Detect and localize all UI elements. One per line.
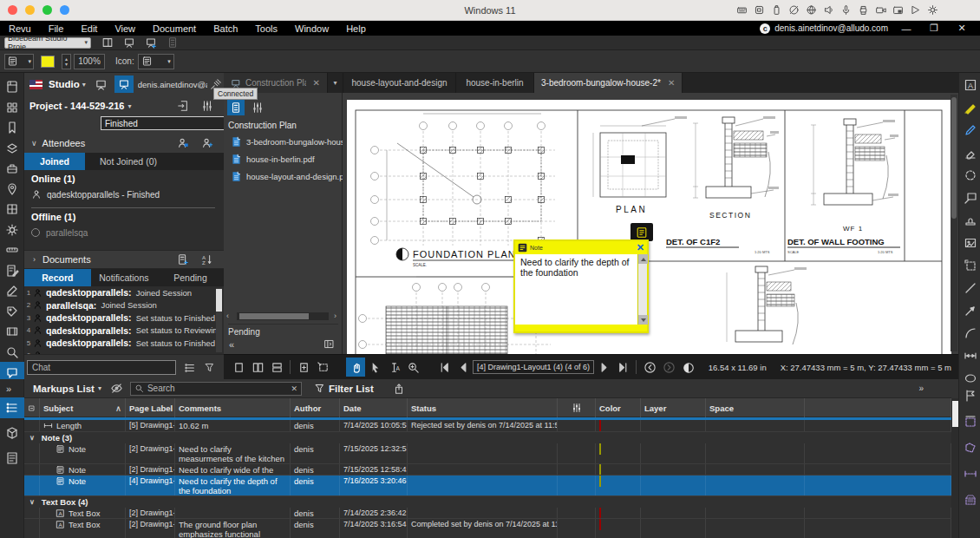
col-color[interactable]: Color: [596, 398, 641, 417]
sidebar-tab-settings[interactable]: [0, 220, 24, 240]
session-join-icon[interactable]: [123, 36, 135, 49]
play-icon[interactable]: [910, 4, 921, 16]
close-tab-icon[interactable]: ✕: [668, 78, 675, 88]
active-session-icon[interactable]: [114, 75, 134, 93]
tool-cloud[interactable]: [959, 165, 980, 186]
session-panel-icon[interactable]: [95, 78, 108, 91]
studio-title[interactable]: Studio: [49, 79, 80, 89]
record-scrollbar[interactable]: [216, 288, 222, 352]
opacity-value[interactable]: 100%: [74, 54, 105, 69]
tab-house-layout[interactable]: house-layout-and-design: [343, 73, 456, 93]
document-icon[interactable]: [167, 36, 179, 49]
color-swatch[interactable]: [599, 420, 601, 431]
menu-edit[interactable]: Edit: [72, 23, 106, 34]
col-layer[interactable]: Layer: [641, 398, 706, 417]
color-swatch[interactable]: [599, 443, 601, 455]
session-file-house-layout-and-design.pdf[interactable]: house-layout-and-design.pdf: [224, 167, 343, 185]
panel-toggle-icon[interactable]: [101, 36, 114, 49]
canvas-scrollbar[interactable]: [951, 95, 957, 351]
session-settings-icon[interactable]: [201, 100, 213, 112]
sidebar-tab-media[interactable]: [0, 321, 24, 342]
online-user-row[interactable]: qadesktopparallels - Finished: [31, 188, 160, 200]
menu-revu[interactable]: Revu: [0, 23, 40, 34]
menu-file[interactable]: File: [40, 23, 73, 34]
session-file-house-in-berlin.pdf[interactable]: house-in-berlin.pdf: [224, 150, 343, 167]
color-swatch[interactable]: [599, 464, 601, 475]
collapse-caret-icon[interactable]: ∨: [29, 434, 35, 442]
nav-page-crop[interactable]: [313, 358, 332, 377]
tab-house-in-berlin[interactable]: house-in-berlin: [456, 73, 534, 93]
tab-record[interactable]: Record: [24, 269, 91, 286]
clear-search-icon[interactable]: ✕: [291, 384, 297, 393]
my-status-select[interactable]: Finished ▾: [101, 116, 239, 130]
nav-next-page[interactable]: [594, 358, 613, 377]
tab-list-dropdown[interactable]: ▾: [328, 73, 343, 93]
scrollbar-thumb[interactable]: [951, 97, 957, 219]
sidebar-tab-bookmarks[interactable]: [0, 117, 24, 138]
filter-list-button[interactable]: Filter List: [329, 384, 374, 394]
select-all-checkbox[interactable]: [24, 398, 40, 417]
nav-back[interactable]: [640, 358, 659, 377]
col-date[interactable]: Date: [340, 398, 408, 417]
usb-icon[interactable]: [771, 4, 782, 16]
nav-last-page[interactable]: [613, 358, 632, 377]
nav-page-double[interactable]: [248, 358, 267, 377]
add-document-icon[interactable]: [177, 253, 189, 266]
sort-icon[interactable]: AZ: [201, 253, 213, 266]
window-icon[interactable]: [754, 4, 765, 16]
page-field[interactable]: [4] Drawing1-Layout1 (4) (4 of 6): [473, 360, 594, 374]
tool-stamp[interactable]: [959, 210, 980, 231]
sidebar-tab-toolbox[interactable]: [0, 158, 24, 179]
minimize-button[interactable]: —: [897, 23, 916, 34]
keyboard-icon[interactable]: [736, 4, 748, 16]
collapse-icon[interactable]: «: [229, 339, 234, 350]
tool-measure-length[interactable]: [959, 463, 980, 484]
tab-notifications[interactable]: Notifications: [91, 269, 158, 286]
close-button[interactable]: ✕: [952, 23, 971, 34]
sidebar-tab-markup-summary[interactable]: [0, 260, 24, 281]
documents-header[interactable]: › Documents AZ: [24, 250, 224, 269]
search-input[interactable]: Search ✕: [130, 382, 302, 396]
collapse-caret-icon[interactable]: ∨: [29, 498, 35, 506]
col-comments[interactable]: Comments: [175, 398, 291, 417]
menu-batch[interactable]: Batch: [205, 23, 246, 34]
scrollbar-thumb[interactable]: [216, 289, 222, 312]
session-documents-icon[interactable]: [227, 100, 245, 115]
restore-button[interactable]: ❐: [924, 23, 944, 34]
tool-measure-area[interactable]: [959, 437, 980, 458]
session-add-icon[interactable]: [145, 36, 157, 49]
microphone-icon[interactable]: [840, 4, 852, 16]
contrast-icon[interactable]: [683, 362, 695, 374]
tool-dimension[interactable]: [959, 345, 980, 366]
tab-pending[interactable]: Pending: [157, 269, 224, 286]
globe-icon[interactable]: [806, 4, 817, 16]
menu-view[interactable]: View: [106, 23, 144, 34]
sidebar-tab-spaces[interactable]: [0, 179, 24, 200]
tool-textbox[interactable]: A: [959, 75, 980, 95]
color-swatch[interactable]: [599, 519, 601, 530]
menu-document[interactable]: Document: [144, 23, 205, 34]
markup-row-Text Box[interactable]: AText Box[2] Drawing1-L...denis7/14/2025…: [24, 508, 951, 519]
record-view-icon[interactable]: [184, 362, 196, 374]
col-space[interactable]: Space: [706, 398, 805, 417]
settings-icon[interactable]: [927, 4, 938, 16]
tool-measure-volume[interactable]: [959, 489, 980, 510]
markup-row-Note[interactable]: Note[2] Drawing1-L...Need to clarify wid…: [24, 464, 951, 476]
markup-row-Length Measurement[interactable]: Length Measurement[5] Drawing1-L...10.62…: [24, 420, 951, 432]
tool-flag[interactable]: [959, 385, 980, 406]
tool-line[interactable]: [959, 278, 980, 299]
sidebar-tab-measurements[interactable]: [0, 239, 24, 260]
sidebar-tab-signature[interactable]: [0, 280, 24, 301]
tool-snapshot[interactable]: [959, 255, 980, 276]
session-file-3-bedroom-bungalow-house.pdf[interactable]: 3-bedroom-bungalow-house.pdf: [224, 133, 343, 150]
close-tab-icon[interactable]: ✕: [313, 78, 320, 88]
filter-icon[interactable]: [204, 362, 215, 373]
nav-page-split[interactable]: [267, 358, 286, 377]
export-icon[interactable]: [393, 383, 405, 395]
tool-arrow[interactable]: [959, 300, 980, 321]
h-scrollbar[interactable]: [237, 312, 329, 320]
markup-row-Text Box[interactable]: AText Box[2] Drawing1-L...The ground flo…: [24, 519, 951, 538]
scroll-down-icon[interactable]: [638, 315, 648, 325]
col-status[interactable]: Status: [408, 398, 558, 417]
session-filter-icon[interactable]: [252, 102, 264, 114]
